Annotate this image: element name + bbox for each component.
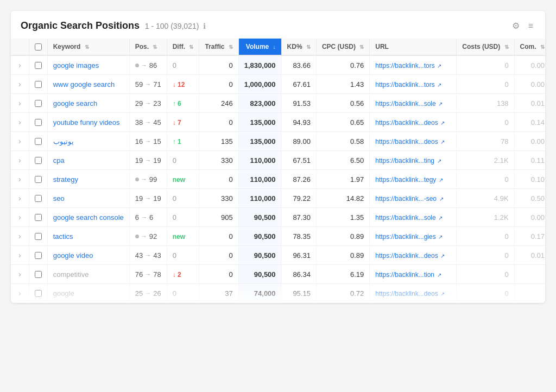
keyword-cell: youtube funny videos	[47, 113, 129, 132]
diff-down: ↓ 12	[173, 81, 185, 88]
url-link[interactable]: https://backlink...-seo ↗	[375, 195, 444, 203]
com-cell: 0.00	[514, 75, 545, 94]
url-link[interactable]: https://backlink...deos ↗	[375, 252, 445, 260]
row-checkbox[interactable]	[35, 233, 42, 240]
expand-button[interactable]: ›	[16, 231, 23, 242]
cpc-cell: 0.56	[316, 94, 369, 113]
row-checkbox[interactable]	[35, 252, 42, 259]
url-link[interactable]: https://backlink...tion ↗	[375, 271, 441, 279]
keyword-link[interactable]: seo	[53, 194, 65, 203]
menu-button[interactable]: ≡	[526, 19, 535, 33]
url-link[interactable]: https://backlink...deos ↗	[375, 138, 445, 146]
keyword-link[interactable]: google images	[53, 61, 99, 69]
url-link[interactable]: https://backlink...sole ↗	[375, 100, 443, 108]
th-check[interactable]	[29, 39, 47, 55]
table-row: ›google images→86001,830,00083.660.76htt…	[11, 55, 545, 75]
keyword-link[interactable]: strategy	[53, 175, 78, 184]
th-pos[interactable]: Pos. ⇅	[129, 39, 167, 55]
keyword-link[interactable]: tactics	[53, 232, 73, 241]
url-link[interactable]: https://backlink...deos ↗	[375, 119, 445, 127]
url-cell: https://backlink...ting ↗	[370, 151, 457, 170]
pos-cell: 6→6	[129, 208, 167, 227]
expand-button[interactable]: ›	[16, 288, 23, 299]
select-all-checkbox[interactable]	[35, 43, 42, 50]
expand-button[interactable]: ›	[16, 98, 23, 109]
kd-cell: 78.35	[281, 227, 316, 246]
checkbox-cell	[29, 94, 47, 113]
row-checkbox[interactable]	[35, 195, 42, 202]
keyword-link[interactable]: google	[53, 289, 74, 298]
traffic-cell: 0	[199, 246, 238, 265]
keyword-link[interactable]: www google search	[53, 80, 115, 88]
costs-cell: 4.9K	[457, 189, 514, 208]
url-link[interactable]: https://backlink...tors ↗	[375, 62, 441, 69]
external-link-icon: ↗	[439, 253, 445, 259]
keyword-link[interactable]: يوتيوب	[53, 137, 74, 146]
settings-button[interactable]: ⚙	[510, 18, 522, 33]
keyword-link[interactable]: cpa	[53, 156, 65, 165]
expand-button[interactable]: ›	[16, 117, 23, 128]
pos-to: 15	[153, 137, 161, 146]
th-diff[interactable]: Diff. ⇅	[167, 39, 199, 55]
url-link[interactable]: https://backlink...deos ↗	[375, 290, 445, 298]
pos-from: 59	[135, 80, 143, 88]
row-checkbox[interactable]	[35, 81, 42, 88]
keyword-cell: strategy	[47, 170, 129, 189]
keyword-link[interactable]: youtube funny videos	[53, 118, 120, 127]
url-link[interactable]: https://backlink...ting ↗	[375, 157, 441, 165]
th-com[interactable]: Com. ⇅	[514, 39, 545, 55]
keyword-link[interactable]: google search console	[53, 213, 124, 222]
th-kd[interactable]: KD% ⇅	[281, 39, 316, 55]
pos-from: 76	[135, 270, 143, 279]
keyword-cell: google search console	[47, 208, 129, 227]
th-costs[interactable]: Costs (USD) ⇅	[457, 39, 514, 55]
volume-cell: 90,500	[238, 208, 281, 227]
costs-cell: 0	[457, 170, 514, 189]
traffic-sort-icon: ⇅	[229, 44, 233, 50]
row-checkbox[interactable]	[35, 271, 42, 278]
th-traffic[interactable]: Traffic ⇅	[199, 39, 238, 55]
diff-zero: 0	[173, 156, 176, 165]
volume-cell: 135,000	[238, 113, 281, 132]
cpc-cell: 1.43	[316, 75, 369, 94]
row-checkbox[interactable]	[35, 290, 42, 297]
th-volume[interactable]: Volume ↓	[238, 39, 281, 55]
table-row: ›google search console6→6090590,50087.30…	[11, 208, 545, 227]
row-checkbox[interactable]	[35, 100, 42, 107]
th-keyword[interactable]: Keyword ⇅	[47, 39, 129, 55]
keyword-link[interactable]: google search	[53, 99, 98, 108]
table-row: ›competitive76→78↓ 2090,50086.346.19http…	[11, 265, 545, 284]
expand-button[interactable]: ›	[16, 212, 23, 223]
row-checkbox[interactable]	[35, 138, 42, 145]
expand-button[interactable]: ›	[16, 193, 23, 204]
costs-cell: 2.1K	[457, 151, 514, 170]
row-checkbox[interactable]	[35, 62, 42, 69]
expand-button[interactable]: ›	[16, 136, 23, 147]
expand-button[interactable]: ›	[16, 250, 23, 261]
pos-to: 45	[153, 118, 161, 127]
url-link[interactable]: https://backlink...gies ↗	[375, 233, 443, 241]
traffic-cell: 0	[199, 170, 238, 189]
expand-button[interactable]: ›	[16, 174, 23, 185]
keyword-link[interactable]: competitive	[53, 270, 89, 279]
row-checkbox[interactable]	[35, 176, 42, 183]
url-link[interactable]: https://backlink...tors ↗	[375, 81, 441, 88]
expand-button[interactable]: ›	[16, 79, 23, 90]
th-cpc[interactable]: CPC (USD) ⇅	[316, 39, 369, 55]
row-checkbox[interactable]	[35, 214, 42, 221]
expand-button[interactable]: ›	[16, 155, 23, 166]
keyword-link[interactable]: google video	[53, 251, 93, 260]
url-link[interactable]: https://backlink...sole ↗	[375, 214, 443, 222]
volume-cell: 110,000	[238, 151, 281, 170]
costs-cell: 0	[457, 284, 514, 303]
page-title: Organic Search Positions	[21, 20, 140, 31]
volume-cell: 90,500	[238, 227, 281, 246]
expand-button[interactable]: ›	[16, 60, 23, 71]
external-link-icon: ↗	[437, 215, 443, 221]
com-cell	[514, 265, 545, 284]
expand-button[interactable]: ›	[16, 269, 23, 280]
row-checkbox[interactable]	[35, 119, 42, 126]
pos-to: 92	[149, 232, 157, 241]
url-link[interactable]: https://backlink...tegy ↗	[375, 176, 443, 184]
row-checkbox[interactable]	[35, 157, 42, 164]
